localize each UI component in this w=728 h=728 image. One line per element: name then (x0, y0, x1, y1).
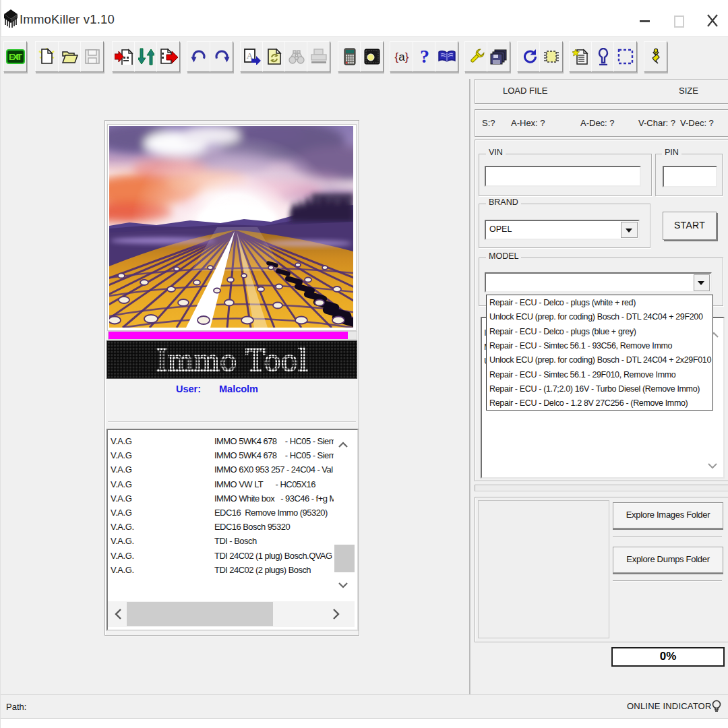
svg-text:EXIT: EXIT (9, 52, 22, 62)
svg-text:?: ? (420, 47, 429, 66)
svg-text:{a}: {a} (394, 51, 408, 63)
svg-text:Immo Tool: Immo Tool (156, 342, 307, 377)
